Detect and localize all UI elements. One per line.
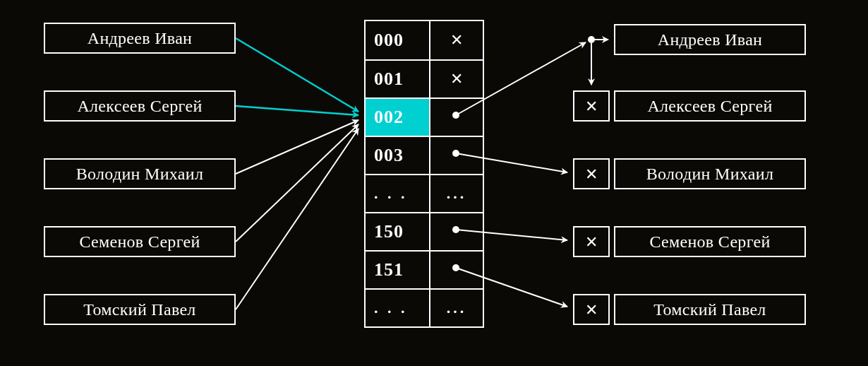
left-name-box: Томский Павел	[44, 294, 236, 325]
hash-value-empty	[429, 61, 483, 98]
x-icon	[585, 165, 598, 184]
x-icon	[585, 232, 598, 252]
right-cross-cell	[573, 226, 610, 257]
hash-value-pointer	[429, 213, 483, 250]
hash-row: 151	[366, 250, 483, 288]
hash-key-ellipsis: . . .	[366, 175, 429, 212]
hash-key: 151	[366, 252, 429, 288]
left-name-label: Томский Павел	[83, 300, 195, 319]
hash-row-ellipsis: . . . ...	[366, 174, 483, 212]
hash-value-pointer	[429, 99, 483, 136]
left-name-label: Алексеев Сергей	[77, 97, 202, 116]
right-name-box: Семенов Сергей	[614, 226, 806, 257]
hash-value-ellipsis: ...	[429, 290, 483, 326]
hash-key: 002	[366, 99, 429, 136]
arrow-left-to-002	[236, 120, 358, 174]
right-cross-cell	[573, 294, 610, 325]
right-name-box: Томский Павел	[614, 294, 806, 325]
left-name-label: Андреев Иван	[88, 29, 192, 48]
right-name-box: Володин Михаил	[614, 158, 806, 189]
hash-row: 003	[366, 136, 483, 174]
left-name-box: Алексеев Сергей	[44, 90, 236, 122]
x-icon	[585, 97, 598, 116]
hash-value-pointer	[429, 137, 483, 174]
hash-row-highlighted: 002	[366, 98, 483, 136]
hash-row: 150	[366, 212, 483, 250]
hash-key: 150	[366, 213, 429, 250]
left-name-label: Володин Михаил	[76, 165, 203, 184]
pointer-dot-icon	[588, 36, 595, 43]
hash-value-empty	[429, 21, 483, 59]
right-name-label: Андреев Иван	[658, 30, 762, 49]
hash-key: 003	[366, 137, 429, 174]
x-icon	[585, 300, 598, 319]
right-name-label: Семенов Сергей	[649, 232, 770, 252]
left-name-box: Семенов Сергей	[44, 226, 236, 257]
right-name-box: Алексеев Сергей	[614, 90, 806, 122]
hash-key-ellipsis: . . .	[366, 290, 429, 326]
right-name-box: Андреев Иван	[614, 24, 806, 55]
arrow-left-to-002	[236, 38, 358, 112]
hash-key: 001	[366, 61, 429, 98]
x-icon	[450, 70, 463, 88]
arrow-left-to-002	[236, 129, 358, 309]
hash-row: 001	[366, 59, 483, 98]
right-name-label: Томский Павел	[653, 300, 766, 319]
left-name-box: Володин Михаил	[44, 158, 236, 189]
left-name-label: Семенов Сергей	[79, 232, 200, 252]
hash-row-ellipsis: . . . ...	[366, 288, 483, 326]
hash-diagram-stage: Андреев Иван Алексеев Сергей Володин Мих…	[0, 0, 868, 366]
hash-row: 000	[366, 21, 483, 59]
right-name-label: Володин Михаил	[646, 165, 773, 184]
arrow-left-to-002	[236, 124, 358, 242]
hash-key: 000	[366, 21, 429, 59]
right-cross-cell	[573, 90, 610, 122]
right-name-label: Алексеев Сергей	[647, 97, 772, 116]
hash-value-ellipsis: ...	[429, 175, 483, 212]
hash-table: 000 001 002 003 . . . ... 150 151	[364, 20, 484, 328]
hash-value-pointer	[429, 252, 483, 288]
left-name-box: Андреев Иван	[44, 23, 236, 54]
x-icon	[450, 31, 463, 49]
arrow-left-to-002	[236, 106, 358, 115]
right-cross-cell	[573, 158, 610, 189]
